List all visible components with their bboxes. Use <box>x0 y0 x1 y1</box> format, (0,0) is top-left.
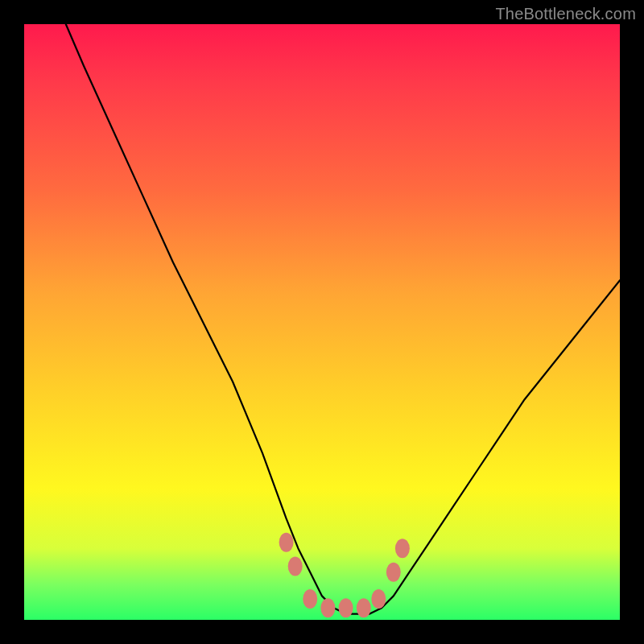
marker-dot <box>320 598 335 617</box>
plot-area <box>24 24 620 620</box>
curve-line <box>66 24 620 614</box>
marker-dot <box>288 556 303 576</box>
marker-dot <box>357 598 371 617</box>
chart-svg <box>24 24 620 620</box>
marker-dot <box>279 533 294 552</box>
marker-dot <box>386 563 401 582</box>
marker-dot <box>339 598 353 617</box>
marker-dot <box>303 589 317 609</box>
chart-frame: TheBottleneck.com <box>0 0 644 644</box>
watermark-text: TheBottleneck.com <box>495 5 636 23</box>
marker-dot <box>371 589 386 609</box>
marker-dots <box>279 533 410 617</box>
marker-dot <box>395 539 410 558</box>
